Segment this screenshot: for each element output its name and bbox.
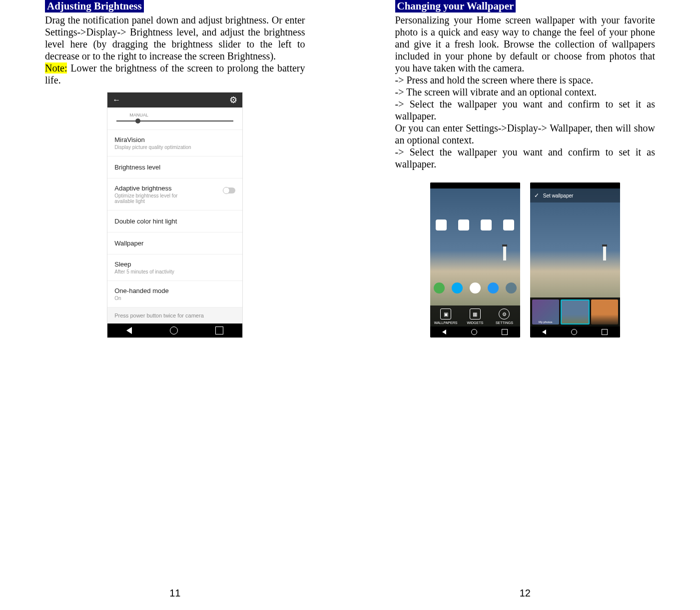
back-arrow-icon[interactable]: ← bbox=[112, 96, 120, 104]
left-heading: Adjusting Brightness bbox=[45, 0, 144, 12]
wallpaper-preview-1: ▣ WALLPAPERS ▦ WIDGETS ⚙ SETTINGS bbox=[430, 188, 520, 326]
left-page: Adjusting Brightness Drag the notificati… bbox=[0, 0, 350, 610]
lighthouse-graphic-2 bbox=[603, 246, 606, 260]
left-note: Note: Lower the brightness of the screen… bbox=[45, 62, 305, 86]
phone-navbar-1 bbox=[430, 326, 520, 338]
brightness-slider[interactable] bbox=[116, 120, 233, 122]
setting-brightness-level[interactable]: Brightness level bbox=[107, 156, 242, 178]
dock-icon[interactable] bbox=[506, 282, 517, 294]
context-overlay: ▣ WALLPAPERS ▦ WIDGETS ⚙ SETTINGS bbox=[430, 306, 520, 326]
status-bar-1 bbox=[430, 182, 520, 188]
status-bar-2 bbox=[530, 182, 620, 188]
lighthouse-graphic bbox=[503, 246, 506, 260]
note-label: Note: bbox=[45, 62, 67, 74]
left-body: Drag the notification panel down and adj… bbox=[45, 14, 305, 62]
setting-one-handed[interactable]: One-handed mode On bbox=[107, 281, 242, 308]
right-body: Personalizing your Home screen wallpaper… bbox=[395, 14, 656, 74]
widgets-icon: ▦ bbox=[470, 308, 481, 320]
left-screenshot-wrap: ← ⚙ MANUAL MiraVision Display picture qu… bbox=[45, 92, 305, 338]
dock-icon[interactable] bbox=[470, 282, 481, 294]
setting-adaptive-brightness[interactable]: Adaptive brightness Optimize brightness … bbox=[107, 178, 242, 210]
app-icon[interactable] bbox=[481, 220, 492, 230]
wallpaper-thumb-1[interactable] bbox=[561, 300, 590, 324]
dock-icon[interactable] bbox=[452, 282, 463, 294]
setting-sleep[interactable]: Sleep After 5 minutes of inactivity bbox=[107, 254, 242, 281]
left-page-number: 11 bbox=[0, 588, 350, 599]
widgets-button[interactable]: ▦ WIDGETS bbox=[460, 308, 490, 324]
note-text: Lower the brightness of the screen to pr… bbox=[45, 62, 305, 86]
phone-topbar: ← ⚙ bbox=[107, 92, 242, 108]
set-wallpaper-label: Set wallpaper bbox=[543, 193, 574, 198]
settings-button[interactable]: ⚙ SETTINGS bbox=[490, 308, 519, 324]
app-icon[interactable] bbox=[458, 220, 469, 230]
nav-recent-icon[interactable] bbox=[602, 329, 608, 335]
nav-recent-icon[interactable] bbox=[215, 326, 223, 334]
wallpapers-button[interactable]: ▣ WALLPAPERS bbox=[431, 308, 461, 324]
checkmark-icon: ✓ bbox=[534, 192, 539, 199]
dock-icon[interactable] bbox=[488, 282, 499, 294]
app-icon[interactable] bbox=[436, 220, 447, 230]
step1: -> Press and hold the screen where there… bbox=[395, 74, 656, 86]
manual-label: MANUAL bbox=[129, 112, 235, 118]
wallpaper-preview-2: ✓ Set wallpaper My photos bbox=[530, 188, 620, 326]
adaptive-brightness-toggle[interactable] bbox=[223, 188, 235, 194]
brightness-slider-row: MANUAL bbox=[107, 108, 242, 130]
gear-icon[interactable]: ⚙ bbox=[229, 94, 237, 106]
dock-row bbox=[430, 282, 520, 294]
settings-gear-icon: ⚙ bbox=[499, 308, 510, 320]
wallpaper-thumbs: My photos bbox=[530, 298, 620, 326]
myphotos-thumb[interactable]: My photos bbox=[532, 300, 559, 324]
set-wallpaper-header[interactable]: ✓ Set wallpaper bbox=[530, 188, 620, 202]
nav-back-icon[interactable] bbox=[442, 330, 446, 334]
nav-back-icon[interactable] bbox=[126, 327, 132, 334]
set-wallpaper-screenshot: ✓ Set wallpaper My photos bbox=[530, 182, 620, 338]
right-heading: Changing your Wallpaper bbox=[395, 0, 516, 12]
nav-recent-icon[interactable] bbox=[502, 329, 508, 335]
nav-home-icon[interactable] bbox=[471, 329, 477, 335]
wallpaper-thumb-2[interactable] bbox=[591, 300, 618, 324]
dock-icon[interactable] bbox=[434, 282, 445, 294]
step4: -> Select the wallpaper you want and con… bbox=[395, 146, 656, 170]
press-power-text: Press power button twice for camera bbox=[107, 308, 242, 324]
phone-navbar-2 bbox=[530, 326, 620, 338]
brightness-slider-thumb[interactable] bbox=[135, 118, 140, 124]
alt-path: Or you can enter Settings->Display-> Wal… bbox=[395, 122, 656, 146]
right-screenshot-wrap: ▣ WALLPAPERS ▦ WIDGETS ⚙ SETTINGS bbox=[395, 182, 656, 338]
right-page-number: 12 bbox=[350, 588, 700, 599]
step2: -> The screen will vibrate and an option… bbox=[395, 86, 656, 98]
nav-back-icon[interactable] bbox=[542, 330, 546, 334]
home-context-screenshot: ▣ WALLPAPERS ▦ WIDGETS ⚙ SETTINGS bbox=[430, 182, 520, 338]
display-settings-screenshot: ← ⚙ MANUAL MiraVision Display picture qu… bbox=[107, 92, 243, 338]
setting-wallpaper[interactable]: Wallpaper bbox=[107, 232, 242, 254]
app-icon[interactable] bbox=[503, 220, 514, 230]
nav-home-icon[interactable] bbox=[170, 326, 178, 334]
wallpapers-icon: ▣ bbox=[440, 308, 451, 320]
app-icon-row bbox=[430, 220, 520, 230]
nav-home-icon[interactable] bbox=[571, 329, 577, 335]
setting-miravision[interactable]: MiraVision Display picture quality optim… bbox=[107, 130, 242, 156]
right-page: Changing your Wallpaper Personalizing yo… bbox=[350, 0, 700, 610]
step3: -> Select the wallpaper you want and con… bbox=[395, 98, 656, 122]
phone-navbar bbox=[107, 324, 242, 338]
setting-double-color[interactable]: Double color hint light bbox=[107, 210, 242, 232]
